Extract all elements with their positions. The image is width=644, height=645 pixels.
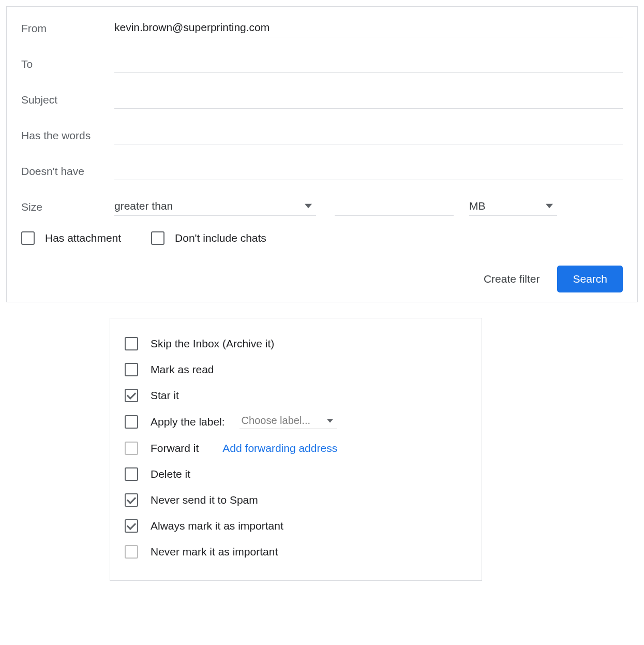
dont-include-chats-label: Don't include chats: [175, 232, 266, 244]
filter-option-skipInbox: Skip the Inbox (Archive it): [125, 331, 467, 357]
filter-option-neverImportant: Never mark it as important: [125, 539, 467, 565]
neverImportant-label: Never mark it as important: [151, 546, 278, 558]
checkbox-icon: [21, 231, 35, 245]
subject-input[interactable]: [114, 91, 623, 109]
subject-label: Subject: [21, 94, 114, 106]
choose-label-placeholder: Choose label...: [242, 415, 310, 427]
subject-row: Subject: [21, 91, 623, 109]
neverImportant-checkbox[interactable]: [125, 545, 138, 559]
from-label: From: [21, 22, 114, 35]
chevron-down-icon: [546, 203, 553, 209]
has-words-row: Has the words: [21, 126, 623, 144]
criteria-checks-row: Has attachment Don't include chats: [21, 231, 623, 245]
has-words-input[interactable]: [114, 126, 623, 144]
size-operator-value: greater than: [114, 200, 173, 212]
to-label: To: [21, 58, 114, 70]
chevron-down-icon: [327, 419, 333, 423]
starIt-label: Star it: [151, 389, 179, 402]
forwardIt-label: Forward it: [151, 442, 199, 455]
chevron-down-icon: [305, 203, 312, 209]
applyLabel-checkbox[interactable]: [125, 415, 138, 429]
starIt-checkbox[interactable]: [125, 389, 138, 402]
size-unit-value: MB: [469, 200, 486, 212]
from-row: From: [21, 19, 623, 37]
size-unit-select[interactable]: MB: [469, 198, 557, 216]
markRead-checkbox[interactable]: [125, 363, 138, 376]
neverSpam-label: Never send it to Spam: [151, 494, 258, 506]
from-input[interactable]: [114, 19, 623, 37]
doesnt-have-label: Doesn't have: [21, 165, 114, 178]
skipInbox-label: Skip the Inbox (Archive it): [151, 338, 274, 350]
filter-option-markRead: Mark as read: [125, 357, 467, 383]
create-filter-button[interactable]: Create filter: [484, 273, 540, 285]
checkbox-icon: [151, 231, 164, 245]
size-operator-select[interactable]: greater than: [114, 198, 316, 216]
has-words-label: Has the words: [21, 129, 114, 142]
alwaysImportant-label: Always mark it as important: [151, 520, 283, 532]
alwaysImportant-checkbox[interactable]: [125, 519, 138, 533]
doesnt-have-row: Doesn't have: [21, 162, 623, 180]
size-row: Size greater than MB: [21, 198, 623, 216]
has-attachment-checkbox[interactable]: Has attachment: [21, 231, 121, 245]
deleteIt-label: Delete it: [151, 468, 190, 480]
size-value-input[interactable]: [335, 198, 454, 216]
dont-include-chats-checkbox[interactable]: Don't include chats: [151, 231, 266, 245]
filter-option-deleteIt: Delete it: [125, 461, 467, 487]
filter-option-applyLabel: Apply the label:Choose label...: [125, 408, 467, 435]
filter-option-neverSpam: Never send it to Spam: [125, 487, 467, 513]
markRead-label: Mark as read: [151, 363, 214, 376]
choose-label-select[interactable]: Choose label...: [239, 415, 337, 429]
to-input[interactable]: [114, 55, 623, 73]
forwardIt-checkbox[interactable]: [125, 442, 138, 455]
add-forwarding-address-link[interactable]: Add forwarding address: [222, 442, 337, 455]
doesnt-have-input[interactable]: [114, 162, 623, 180]
skipInbox-checkbox[interactable]: [125, 337, 138, 350]
applyLabel-label: Apply the label:: [151, 416, 225, 428]
filter-actions-panel: Skip the Inbox (Archive it)Mark as readS…: [110, 318, 482, 581]
filter-option-alwaysImportant: Always mark it as important: [125, 513, 467, 539]
to-row: To: [21, 55, 623, 73]
deleteIt-checkbox[interactable]: [125, 467, 138, 481]
neverSpam-checkbox[interactable]: [125, 493, 138, 507]
filter-option-starIt: Star it: [125, 383, 467, 408]
has-attachment-label: Has attachment: [45, 232, 121, 244]
size-label: Size: [21, 201, 114, 213]
filter-criteria-panel: From To Subject Has the words Doesn't ha…: [6, 6, 638, 302]
criteria-actions: Create filter Search: [21, 266, 623, 292]
filter-option-forwardIt: Forward itAdd forwarding address: [125, 435, 467, 461]
search-button[interactable]: Search: [557, 266, 623, 292]
